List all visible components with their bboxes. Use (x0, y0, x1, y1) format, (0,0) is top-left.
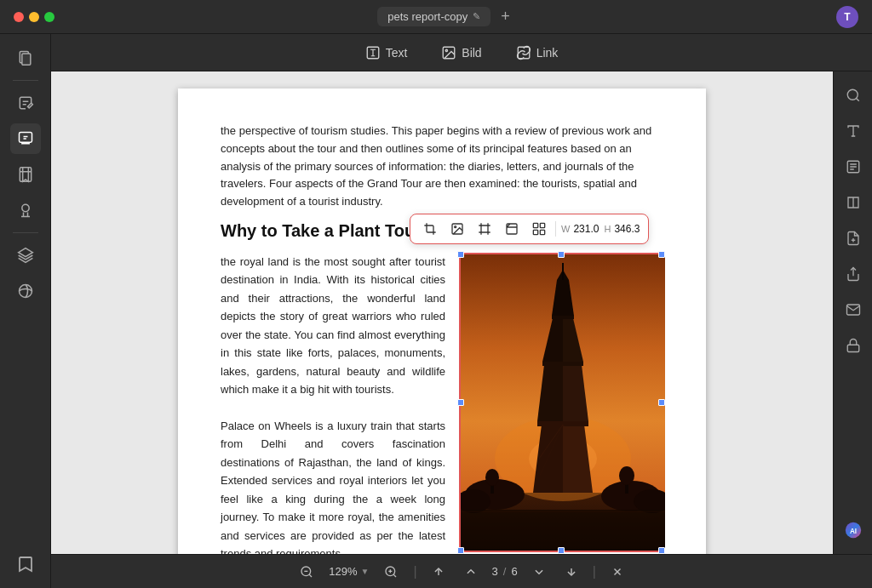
handle-top-middle[interactable] (558, 251, 565, 258)
sidebar-icon-annotation[interactable] (10, 88, 41, 118)
sidebar-divider-1 (13, 80, 38, 81)
handle-top-right[interactable] (658, 251, 665, 258)
image-container[interactable]: W 231.0 H 346.3 (459, 253, 663, 554)
right-sidebar-mail[interactable] (838, 294, 869, 325)
zoom-display: 129% ▼ (329, 565, 369, 578)
svg-point-46 (847, 89, 858, 100)
sidebar-icon-bookmark-bottom[interactable] (10, 549, 41, 579)
zoom-out-button[interactable] (295, 562, 318, 582)
edit-icon[interactable]: ✎ (473, 11, 480, 22)
height-display: H 346.3 (604, 223, 640, 235)
dimension-display: W 231.0 (561, 223, 599, 235)
sidebar-icon-stamp[interactable] (10, 195, 41, 225)
right-sidebar-search[interactable] (838, 80, 869, 111)
scroll-to-top-button[interactable] (427, 562, 450, 581)
svg-point-41 (485, 469, 499, 486)
text-tool-button[interactable]: Text (359, 42, 415, 64)
tab-label: pets report-copy (387, 10, 468, 23)
main-layout: Text Bild Link (0, 34, 872, 588)
svg-rect-15 (540, 223, 544, 227)
separator-1: | (413, 564, 416, 579)
document-page: the perspective of tourism studies. This… (178, 88, 706, 554)
svg-point-6 (19, 285, 32, 298)
svg-rect-24 (537, 421, 588, 426)
right-sidebar-ocr[interactable] (838, 151, 869, 182)
sidebar-icon-pages[interactable] (10, 43, 41, 73)
right-sidebar-share[interactable] (838, 259, 869, 289)
handle-middle-left[interactable] (457, 399, 464, 406)
page-separator: / (503, 565, 507, 578)
add-tab-button[interactable]: + (497, 8, 513, 26)
svg-point-12 (455, 226, 456, 228)
top-toolbar: Text Bild Link (51, 34, 872, 71)
selected-image-border: W 231.0 H 346.3 (459, 253, 663, 552)
right-sidebar-ai[interactable]: AI (838, 515, 869, 545)
crop-icon[interactable] (419, 218, 441, 240)
right-sidebar-text[interactable] (838, 116, 869, 146)
svg-point-43 (619, 466, 634, 485)
document-area[interactable]: the perspective of tourism studies. This… (51, 71, 833, 554)
svg-rect-17 (540, 230, 544, 234)
svg-rect-27 (542, 362, 583, 366)
svg-rect-2 (19, 133, 32, 143)
toolbar-area: Text Bild Link (51, 34, 872, 588)
svg-rect-1 (21, 54, 30, 65)
current-page[interactable]: 3 (492, 565, 498, 578)
maximize-button[interactable] (44, 12, 54, 22)
avatar[interactable]: T (836, 6, 858, 28)
height-value: 346.3 (614, 223, 640, 235)
svg-rect-30 (552, 316, 574, 319)
svg-rect-32 (562, 263, 564, 280)
content-area: the perspective of tourism studies. This… (51, 71, 872, 554)
height-label: H (604, 224, 611, 234)
document-tab[interactable]: pets report-copy ✎ (377, 7, 490, 26)
svg-point-9 (446, 49, 448, 51)
bild-tool-label: Bild (462, 46, 481, 60)
left-sidebar (0, 34, 51, 588)
scroll-to-bottom-button[interactable] (560, 562, 582, 581)
link-tool-button[interactable]: Link (509, 42, 565, 64)
sidebar-divider-2 (13, 232, 38, 233)
bild-tool-button[interactable]: Bild (434, 42, 488, 64)
svg-rect-14 (533, 223, 537, 227)
sidebar-icon-layers[interactable] (10, 240, 41, 271)
float-toolbar: W 231.0 H 346.3 (410, 214, 649, 244)
handle-bottom-middle[interactable] (558, 547, 565, 554)
export-icon[interactable] (501, 218, 523, 240)
width-value: 231.0 (573, 223, 599, 235)
right-sidebar-file-add[interactable] (838, 223, 869, 254)
close-button[interactable] (14, 12, 24, 22)
page-display: 3 / 6 (492, 565, 518, 578)
right-sidebar-lock[interactable] (838, 330, 869, 361)
close-bottom-button[interactable] (606, 562, 628, 581)
body-text-left: the royal land is the most sought after … (221, 253, 445, 554)
toolbar-divider (555, 221, 556, 237)
zoom-value: 129% (329, 565, 357, 578)
tab-area: pets report-copy ✎ + (65, 7, 826, 26)
page-up-button[interactable] (460, 562, 482, 581)
trim-icon[interactable] (473, 218, 496, 240)
svg-text:AI: AI (849, 528, 856, 535)
handle-bottom-right[interactable] (658, 547, 665, 554)
page-down-button[interactable] (528, 562, 550, 581)
right-sidebar-page-turn[interactable] (838, 187, 869, 218)
bottom-bar: 129% ▼ | (51, 554, 872, 588)
zoom-in-button[interactable] (379, 562, 403, 582)
total-pages: 6 (511, 565, 517, 578)
svg-rect-44 (461, 510, 665, 551)
transform-icon[interactable] (528, 218, 550, 240)
handle-top-left[interactable] (457, 251, 464, 258)
svg-marker-5 (18, 248, 32, 257)
minimize-button[interactable] (29, 12, 39, 22)
separator-2: | (593, 564, 596, 579)
text-tool-label: Text (386, 46, 408, 60)
zoom-dropdown-icon[interactable]: ▼ (360, 567, 369, 576)
replace-icon[interactable] (446, 218, 468, 240)
sidebar-icon-sticker[interactable] (10, 276, 41, 306)
intro-text: the perspective of tourism studies. This… (221, 123, 663, 211)
handle-bottom-left[interactable] (457, 547, 464, 554)
sidebar-icon-edit[interactable] (10, 123, 41, 154)
handle-middle-right[interactable] (658, 399, 665, 406)
sidebar-icon-bookmark[interactable] (10, 159, 41, 190)
right-sidebar: AI (833, 71, 872, 554)
